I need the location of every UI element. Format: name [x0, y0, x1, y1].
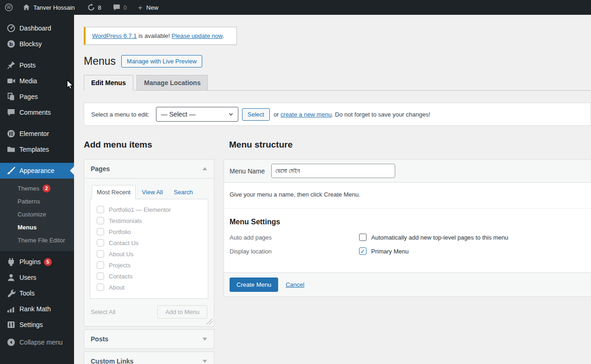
- submenu-item-customize[interactable]: Customize: [0, 208, 74, 221]
- updates-indicator[interactable]: 8: [82, 0, 106, 15]
- menu-select-bar: Select a menu to edit: — Select — Select…: [84, 103, 591, 126]
- sidebar-item-appearance[interactable]: Appearance: [0, 163, 74, 179]
- select-button[interactable]: Select: [242, 108, 270, 121]
- manage-live-preview-button[interactable]: Manage with Live Preview: [121, 55, 202, 68]
- sidebar-item-tools[interactable]: Tools: [0, 285, 74, 301]
- posts-panel: Posts: [84, 329, 214, 349]
- page-checkbox-item[interactable]: Contacts: [93, 271, 205, 282]
- create-menu-button[interactable]: Create Menu: [230, 278, 278, 292]
- tab-view-all[interactable]: View All: [137, 185, 168, 199]
- checkbox-unchecked[interactable]: [97, 261, 104, 269]
- select-all-link[interactable]: Select All: [91, 308, 115, 315]
- sidebar-item-templates[interactable]: Templates: [0, 142, 74, 157]
- page-checkbox-item[interactable]: Portfolio: [93, 226, 205, 237]
- menu-settings-section: Menu Settings Auto add pages Automatical…: [224, 208, 591, 272]
- site-name: Tanver Hossain: [33, 4, 75, 11]
- sidebar-item-elementor[interactable]: Elementor: [0, 126, 74, 142]
- update-count: 8: [98, 4, 101, 11]
- plugin-icon: [6, 257, 16, 266]
- menu-structure-heading: Menu structure: [229, 140, 591, 150]
- checkbox-unchecked[interactable]: [97, 239, 104, 247]
- checkbox-unchecked[interactable]: [97, 217, 104, 224]
- sidebar-item-pages[interactable]: Pages: [0, 89, 74, 105]
- submenu-item-menus[interactable]: Menus: [0, 221, 74, 234]
- menu-structure-box: Menu Name Give your menu a name, then cl…: [224, 159, 591, 297]
- new-content-button[interactable]: + New: [133, 0, 163, 15]
- appearance-submenu: Themes 2 Patterns Customize Menus Theme …: [0, 179, 74, 251]
- auto-add-pages-label: Auto add pages: [230, 234, 359, 241]
- caret-down-icon: [202, 337, 207, 341]
- page-checkbox-item[interactable]: About Us: [93, 248, 205, 259]
- checkbox-checked[interactable]: ✓: [359, 247, 367, 255]
- checkbox-unchecked[interactable]: [97, 206, 104, 213]
- display-location-field[interactable]: ✓ Primary Menu: [359, 247, 409, 255]
- main-content: WordPress 6.7.1 is available! Please upd…: [74, 15, 591, 364]
- submenu-item-theme-file-editor[interactable]: Theme File Editor: [0, 234, 74, 247]
- resize-handle[interactable]: [206, 319, 212, 325]
- page-checkbox-item[interactable]: Projects: [93, 259, 205, 271]
- tab-most-recent[interactable]: Most Recent: [92, 185, 136, 199]
- custom-links-panel-header[interactable]: Custom Links: [84, 352, 214, 364]
- add-to-menu-button[interactable]: Add to Menu: [157, 305, 207, 319]
- please-update-link[interactable]: Please update now: [172, 32, 223, 39]
- wordpress-version-link[interactable]: WordPress 6.7.1: [92, 32, 137, 39]
- tab-edit-menus[interactable]: Edit Menus: [84, 75, 133, 91]
- sidebar-item-users[interactable]: Users: [0, 270, 74, 285]
- cancel-link[interactable]: Cancel: [286, 281, 304, 288]
- pages-panel-header[interactable]: Pages: [84, 160, 214, 178]
- checkbox-unchecked[interactable]: [97, 250, 104, 258]
- caret-up-icon: [202, 167, 207, 171]
- site-link[interactable]: Tanver Hossain: [18, 0, 80, 15]
- submenu-item-patterns[interactable]: Patterns: [0, 195, 74, 208]
- sidebar-item-label: Appearance: [19, 167, 55, 174]
- checkbox-unchecked[interactable]: [97, 228, 104, 235]
- page-checkbox-item[interactable]: Contact Us: [93, 237, 205, 248]
- select-menu-label: Select a menu to edit:: [91, 111, 149, 118]
- add-menu-items-column: Add menu items Pages Most Recent View Al…: [84, 140, 214, 364]
- chevron-down-icon: [229, 112, 233, 117]
- pages-filter-tabs: Most Recent View All Search: [92, 185, 208, 199]
- plus-icon: +: [138, 4, 143, 12]
- themes-update-badge: 2: [43, 185, 50, 192]
- sidebar-item-blocksy[interactable]: b Blocksy: [0, 36, 74, 52]
- checkmark-icon: ✓: [361, 248, 366, 254]
- sidebar-item-media[interactable]: Media: [0, 73, 74, 89]
- plugins-update-badge: 5: [44, 258, 52, 266]
- page-checkbox-item[interactable]: About: [93, 282, 205, 293]
- sidebar-item-posts[interactable]: Posts: [0, 57, 74, 73]
- pages-checklist: Portfolio1 — Elementor Testimonials Port…: [90, 199, 208, 299]
- sidebar-item-collapse-menu[interactable]: Collapse menu: [0, 334, 74, 350]
- screen-tabs: Edit Menus Manage Locations: [84, 75, 591, 91]
- blocksy-icon: b: [6, 39, 16, 49]
- page-checkbox-item[interactable]: Portfolio1 — Elementor: [93, 204, 205, 215]
- caret-down-icon: [202, 359, 207, 363]
- checkbox-unchecked[interactable]: [97, 284, 104, 291]
- sidebar-item-label: Tools: [19, 290, 35, 297]
- submenu-item-themes[interactable]: Themes 2: [0, 182, 74, 195]
- tab-manage-locations[interactable]: Manage Locations: [137, 75, 208, 90]
- create-new-menu-link[interactable]: create a new menu: [280, 111, 332, 118]
- wordpress-logo-icon[interactable]: W: [0, 0, 18, 15]
- auto-add-pages-field[interactable]: Automatically add new top-level pages to…: [359, 234, 508, 241]
- sidebar-item-label: Elementor: [19, 130, 49, 137]
- comments-icon: [6, 108, 16, 117]
- sidebar-item-settings[interactable]: Settings: [0, 317, 74, 333]
- pages-icon: [6, 92, 16, 101]
- menu-name-input[interactable]: [271, 164, 395, 178]
- posts-panel-header[interactable]: Posts: [84, 330, 214, 348]
- pages-panel: Pages Most Recent View All Search Portfo…: [84, 159, 214, 327]
- sidebar-item-dashboard[interactable]: Dashboard: [0, 20, 74, 36]
- sidebar-item-label: Plugins: [19, 258, 41, 265]
- menu-select-dropdown[interactable]: — Select —: [156, 107, 238, 122]
- sidebar-item-comments[interactable]: Comments: [0, 105, 74, 120]
- comments-indicator[interactable]: 0: [108, 0, 131, 15]
- tab-search[interactable]: Search: [169, 185, 198, 199]
- sidebar-item-plugins[interactable]: Plugins 5: [0, 254, 74, 270]
- checkbox-unchecked[interactable]: [97, 272, 104, 280]
- sidebar-item-rank-math[interactable]: Rank Math: [0, 301, 74, 317]
- comment-count: 0: [124, 4, 127, 11]
- checkbox-unchecked[interactable]: [359, 234, 367, 241]
- sidebar-item-label: Users: [19, 274, 37, 281]
- page-checkbox-item[interactable]: Testimonials: [93, 215, 205, 226]
- user-icon: [6, 273, 16, 282]
